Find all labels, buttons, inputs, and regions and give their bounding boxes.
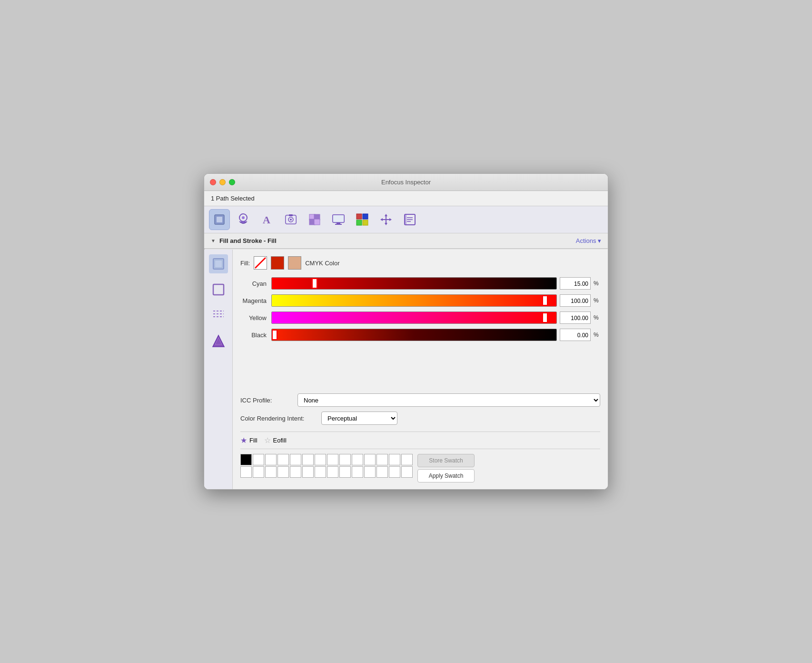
magenta-value[interactable]: 100.00 bbox=[560, 294, 591, 307]
eofill-option[interactable]: ☆ Eofill bbox=[264, 436, 287, 445]
svg-rect-34 bbox=[215, 261, 222, 267]
fill-red-swatch[interactable] bbox=[271, 256, 284, 270]
fill-peach-swatch[interactable] bbox=[288, 256, 301, 270]
sidebar-item-blend[interactable] bbox=[209, 332, 228, 351]
swatch-cell-0-5[interactable] bbox=[302, 454, 314, 465]
toolbar-general-btn[interactable] bbox=[209, 209, 230, 230]
swatch-cell-1-3[interactable] bbox=[277, 466, 289, 478]
apply-swatch-button[interactable]: Apply Swatch bbox=[417, 469, 475, 482]
swatch-cell-0-0[interactable] bbox=[240, 454, 252, 465]
swatch-cell-0-13[interactable] bbox=[401, 454, 413, 465]
toolbar-monitor-btn[interactable] bbox=[328, 209, 349, 230]
swatch-cell-1-5[interactable] bbox=[302, 466, 314, 478]
swatch-cell-1-6[interactable] bbox=[315, 466, 326, 478]
close-button[interactable] bbox=[210, 179, 216, 185]
swatch-cell-1-11[interactable] bbox=[376, 466, 388, 478]
svg-marker-27 bbox=[389, 218, 392, 221]
yellow-value[interactable]: 100.00 bbox=[560, 311, 591, 324]
cyan-slider-row: Cyan 15.00 % bbox=[240, 277, 600, 290]
swatch-cell-0-2[interactable] bbox=[265, 454, 277, 465]
magenta-thumb[interactable] bbox=[542, 295, 548, 306]
swatch-cell-1-12[interactable] bbox=[389, 466, 400, 478]
swatch-cell-1-7[interactable] bbox=[327, 466, 338, 478]
toolbar-info-btn[interactable] bbox=[399, 209, 420, 230]
minimize-button[interactable] bbox=[219, 179, 226, 185]
swatch-cell-1-1[interactable] bbox=[253, 466, 264, 478]
spacer bbox=[240, 346, 600, 384]
black-slider-row: Black 0.00 % bbox=[240, 329, 600, 341]
magenta-slider[interactable] bbox=[271, 294, 557, 307]
swatch-cell-1-9[interactable] bbox=[352, 466, 363, 478]
rendering-intent-select[interactable]: Perceptual Relative Colorimetric Saturat… bbox=[321, 412, 397, 425]
yellow-thumb[interactable] bbox=[542, 312, 548, 323]
content-area: Fill: CMYK Color Cyan bbox=[233, 250, 608, 489]
cyan-label: Cyan bbox=[240, 280, 271, 287]
window-title: Enfocus Inspector bbox=[381, 179, 431, 186]
swatch-cell-0-6[interactable] bbox=[315, 454, 326, 465]
window-controls bbox=[210, 179, 235, 185]
black-thumb[interactable] bbox=[272, 330, 277, 340]
toolbar-color-btn[interactable] bbox=[352, 209, 373, 230]
fill-none-swatch[interactable] bbox=[254, 256, 267, 270]
swatch-cell-0-12[interactable] bbox=[389, 454, 400, 465]
svg-rect-35 bbox=[213, 284, 224, 295]
fill-row: Fill: CMYK Color bbox=[240, 256, 600, 270]
collapse-chevron[interactable]: ▼ bbox=[211, 238, 216, 243]
swatch-cell-0-4[interactable] bbox=[290, 454, 301, 465]
black-value[interactable]: 0.00 bbox=[560, 329, 591, 341]
svg-rect-19 bbox=[363, 214, 368, 219]
svg-marker-39 bbox=[213, 335, 224, 347]
toolbar-effects-btn[interactable] bbox=[233, 209, 254, 230]
swatch-cell-1-8[interactable] bbox=[339, 466, 351, 478]
fill-label: Fill: bbox=[240, 260, 250, 267]
swatch-cell-0-9[interactable] bbox=[352, 454, 363, 465]
toolbar-text-btn[interactable]: A bbox=[257, 209, 277, 230]
swatch-cell-1-0[interactable] bbox=[240, 466, 252, 478]
maximize-button[interactable] bbox=[229, 179, 235, 185]
swatch-cell-1-10[interactable] bbox=[364, 466, 376, 478]
swatch-cell-0-10[interactable] bbox=[364, 454, 376, 465]
inspector-window: Enfocus Inspector 1 Path Selected A bbox=[204, 173, 608, 490]
svg-rect-21 bbox=[363, 220, 368, 225]
yellow-slider-row: Yellow 100.00 % bbox=[240, 311, 600, 324]
icc-profile-row: ICC Profile: None bbox=[240, 393, 600, 407]
swatch-cell-0-8[interactable] bbox=[339, 454, 351, 465]
toolbar-transparency-btn[interactable] bbox=[304, 209, 325, 230]
cyan-percent: % bbox=[594, 280, 600, 287]
swatch-grid-container bbox=[240, 454, 413, 478]
icc-profile-select[interactable]: None bbox=[297, 393, 600, 407]
path-selected-label: 1 Path Selected bbox=[204, 191, 608, 206]
cyan-thumb[interactable] bbox=[312, 278, 317, 289]
black-slider[interactable] bbox=[271, 329, 557, 341]
swatch-cell-0-11[interactable] bbox=[376, 454, 388, 465]
toolbar-transform-btn[interactable] bbox=[376, 209, 396, 230]
toolbar: A bbox=[204, 206, 608, 233]
yellow-slider[interactable] bbox=[271, 311, 557, 324]
svg-rect-16 bbox=[337, 222, 340, 224]
toolbar-image-btn[interactable] bbox=[280, 209, 301, 230]
swatch-cell-0-3[interactable] bbox=[277, 454, 289, 465]
swatch-cell-0-7[interactable] bbox=[327, 454, 338, 465]
magenta-track bbox=[272, 295, 556, 306]
sidebar-item-dashes[interactable] bbox=[209, 306, 228, 325]
sidebar-item-outline[interactable] bbox=[209, 280, 228, 299]
cyan-slider[interactable] bbox=[271, 277, 557, 290]
swatch-cell-0-1[interactable] bbox=[253, 454, 264, 465]
swatch-cell-1-2[interactable] bbox=[265, 466, 277, 478]
cyan-value[interactable]: 15.00 bbox=[560, 277, 591, 290]
fill-option-label: Fill bbox=[249, 437, 257, 444]
section-title: Fill and Stroke - Fill bbox=[219, 237, 277, 244]
store-swatch-button[interactable]: Store Swatch bbox=[417, 454, 475, 467]
swatch-cell-1-13[interactable] bbox=[401, 466, 413, 478]
svg-marker-26 bbox=[380, 218, 383, 221]
fill-color-type: CMYK Color bbox=[305, 260, 339, 267]
actions-button[interactable]: Actions ▾ bbox=[576, 237, 601, 244]
svg-marker-24 bbox=[385, 214, 387, 216]
svg-rect-17 bbox=[335, 224, 342, 225]
black-label: Black bbox=[240, 332, 271, 339]
sidebar-item-fill-stroke[interactable] bbox=[209, 254, 228, 273]
fill-option[interactable]: ★ Fill bbox=[240, 436, 257, 445]
swatch-cell-1-4[interactable] bbox=[290, 466, 301, 478]
fill-eofill-row: ★ Fill ☆ Eofill bbox=[240, 432, 600, 449]
eofill-star-icon: ☆ bbox=[264, 436, 271, 445]
